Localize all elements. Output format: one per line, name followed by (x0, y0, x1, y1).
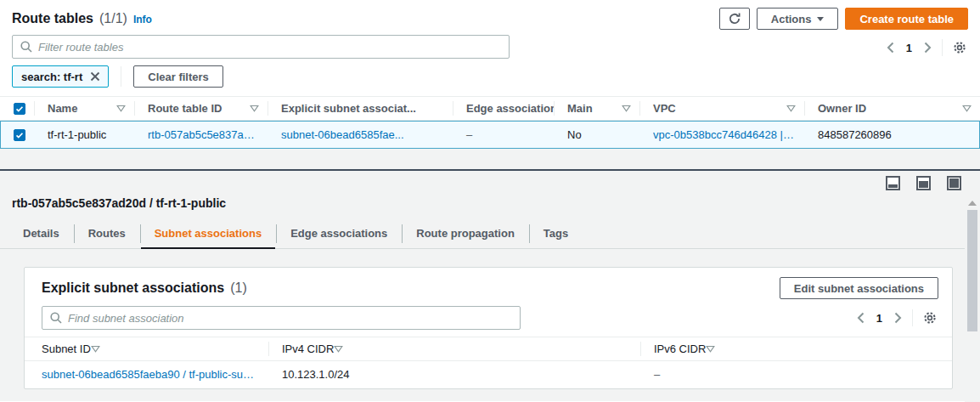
filter-token-label: search: tf-rt (21, 71, 82, 83)
page-title: Route tables (1/1) Info (12, 11, 152, 26)
tab-details[interactable]: Details (8, 218, 74, 248)
cell-explicit-subnet: subnet-06bead6585fae... (268, 122, 453, 148)
current-page[interactable]: 1 (875, 312, 884, 325)
route-tables-page: Route tables (1/1) Info Actions Create r… (0, 0, 980, 402)
subnet-link[interactable]: subnet-06bead6585fae... (281, 128, 404, 141)
search-icon (20, 40, 33, 54)
scrollbar-thumb[interactable] (967, 210, 977, 331)
settings-gear-icon (952, 40, 967, 55)
create-route-table-button[interactable]: Create route table (845, 8, 968, 30)
filter-row: 1 (0, 35, 980, 59)
tab-routes[interactable]: Routes (74, 218, 140, 248)
card-header: Explicit subnet associations (1) Edit su… (25, 268, 952, 304)
sort-icon[interactable] (962, 105, 972, 112)
preferences-button[interactable] (921, 309, 938, 326)
filter-token: search: tf-rt (12, 65, 109, 88)
scroll-up-icon[interactable] (968, 201, 977, 206)
page-title-text: Route tables (12, 11, 93, 26)
column-header-edge-associations[interactable]: Edge associations (453, 97, 554, 120)
sort-icon[interactable] (91, 345, 100, 353)
result-count: (1/1) (99, 11, 127, 26)
current-page[interactable]: 1 (904, 42, 914, 54)
route-table-id-link[interactable]: rtb-057ab5c5e837ad20d (148, 128, 260, 141)
split-panel-size-large-icon[interactable] (947, 176, 961, 190)
top-pagination: 1 (885, 37, 968, 58)
column-header-explicit-subnet[interactable]: Explicit subnet associat... (268, 97, 453, 120)
cell-main: No (555, 122, 640, 148)
find-input-wrap (42, 306, 521, 330)
column-header-subnet-id[interactable]: Subnet ID (25, 337, 268, 360)
tab-subnet-associations[interactable]: Subnet associations (140, 218, 276, 248)
tab-edge-associations[interactable]: Edge associations (276, 218, 402, 248)
sort-icon[interactable] (706, 345, 715, 353)
subnet-table-header: Subnet ID IPv4 CIDR IPv6 CIDR (25, 337, 952, 361)
edit-subnet-associations-button[interactable]: Edit subnet associations (780, 277, 938, 299)
card-title: Explicit subnet associations (1) (42, 280, 247, 296)
cell-subnet-id: subnet-06bead6585faeba90 / tf-public-sub… (25, 361, 268, 387)
filter-route-tables-input[interactable] (12, 35, 510, 59)
header-actions: Actions Create route table (719, 8, 968, 30)
header-toolbar: Route tables (1/1) Info Actions Create r… (0, 0, 980, 35)
bottom-pagination: 1 (855, 308, 938, 328)
next-page-button[interactable] (893, 310, 904, 326)
cell-name: tf-rt-1-public (35, 122, 135, 148)
row-checkbox[interactable] (14, 129, 25, 141)
column-header-name[interactable]: Name (34, 97, 134, 120)
previous-page-button[interactable] (885, 40, 896, 55)
spacer (0, 149, 980, 169)
column-header-ipv6-cidr[interactable]: IPv6 CIDR (640, 337, 952, 360)
cell-ipv6-cidr: – (640, 361, 952, 387)
sort-icon[interactable] (786, 105, 796, 112)
cell-owner-id: 848587260896 (805, 122, 979, 148)
cell-route-table-id: rtb-057ab5c5e837ad20d (135, 122, 268, 148)
column-header-main[interactable]: Main (554, 97, 639, 120)
divider (942, 39, 943, 56)
refresh-button[interactable] (719, 8, 750, 30)
settings-gear-icon (922, 310, 938, 326)
tab-route-propagation[interactable]: Route propagation (402, 218, 529, 248)
explicit-subnet-associations-card: Explicit subnet associations (1) Edit su… (24, 267, 953, 389)
sort-icon[interactable] (622, 105, 631, 112)
column-header-ipv4-cidr[interactable]: IPv4 CIDR (268, 337, 640, 360)
card-title-text: Explicit subnet associations (42, 280, 224, 296)
sort-icon[interactable] (334, 345, 343, 353)
sort-icon[interactable] (250, 105, 259, 112)
find-subnet-association-input[interactable] (42, 306, 521, 330)
card-count: (1) (230, 280, 247, 296)
vpc-link[interactable]: vpc-0b538bcc746d46428 | tf-... (653, 128, 797, 141)
actions-button-label: Actions (771, 13, 812, 25)
angle-right-icon (894, 312, 902, 324)
next-page-button[interactable] (922, 40, 933, 55)
close-icon (90, 71, 100, 82)
column-header-vpc[interactable]: VPC (639, 97, 804, 120)
table-row[interactable]: tf-rt-1-public rtb-057ab5c5e837ad20d sub… (0, 121, 980, 149)
row-select-cell (1, 122, 35, 148)
split-panel-size-small-icon[interactable] (886, 176, 900, 190)
route-table-header: Name Route table ID Explicit subnet asso… (0, 96, 980, 121)
subnet-id-link[interactable]: subnet-06bead6585faeba90 / tf-public-sub… (42, 368, 260, 381)
sort-icon[interactable] (116, 105, 126, 112)
filter-token-row: search: tf-rt Clear filters (0, 59, 980, 96)
select-all-cell (0, 97, 34, 120)
vertical-scrollbar[interactable] (965, 194, 980, 402)
angle-left-icon (857, 312, 865, 324)
split-panel: rtb-057ab5c5e837ad20d / tf-rt-1-public D… (0, 171, 980, 401)
split-panel-controls (886, 176, 961, 190)
info-link[interactable]: Info (133, 14, 152, 25)
preferences-button[interactable] (951, 39, 968, 56)
dismiss-token-button[interactable] (89, 71, 101, 82)
column-header-route-table-id[interactable]: Route table ID (134, 97, 268, 120)
previous-page-button[interactable] (855, 310, 866, 326)
column-header-owner-id[interactable]: Owner ID (804, 97, 980, 120)
split-panel-size-medium-icon[interactable] (916, 176, 931, 190)
select-all-checkbox[interactable] (14, 103, 25, 115)
clear-filters-button[interactable]: Clear filters (133, 65, 223, 88)
cell-vpc: vpc-0b538bcc746d46428 | tf-... (640, 122, 805, 148)
tab-tags[interactable]: Tags (529, 218, 583, 248)
actions-button[interactable]: Actions (757, 8, 839, 30)
split-panel-title: rtb-057ab5c5e837ad20d / tf-rt-1-public (0, 171, 980, 210)
divider (912, 309, 913, 326)
filter-input-wrap (12, 35, 510, 59)
table-row[interactable]: subnet-06bead6585faeba90 / tf-public-sub… (25, 361, 952, 387)
card-filter-row: 1 (25, 304, 952, 337)
